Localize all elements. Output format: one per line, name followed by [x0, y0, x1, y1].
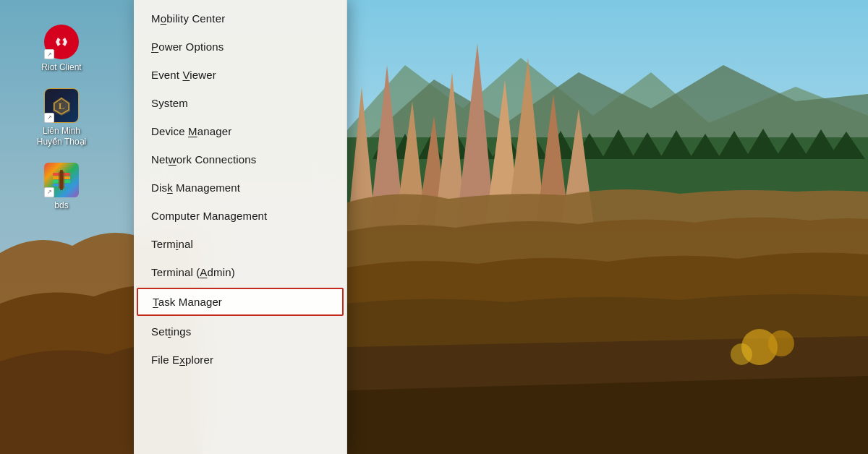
menu-item-disk-management[interactable]: Disk Management — [134, 174, 346, 202]
menu-item-task-manager[interactable]: Task Manager — [137, 288, 344, 316]
svg-point-35 — [731, 343, 752, 365]
menu-item-network-connections[interactable]: Network Connections — [134, 145, 346, 174]
desktop-background — [0, 0, 868, 454]
menu-item-terminal[interactable]: Terminal — [134, 230, 346, 258]
bds-icon[interactable]: ↗ bds — [29, 158, 94, 216]
lien-minh-icon[interactable]: L ↗ Liên Minh Huyền Thoại — [29, 84, 94, 153]
menu-item-power-options[interactable]: Power Options — [134, 33, 346, 61]
riot-client-label: Riot Client — [41, 62, 81, 74]
menu-item-terminal-admin[interactable]: Terminal (Admin) — [134, 258, 346, 286]
riot-client-icon[interactable]: ↗ Riot Client — [29, 20, 94, 78]
svg-text:L: L — [59, 100, 65, 111]
menu-item-system[interactable]: System — [134, 89, 346, 117]
lien-minh-label: Liên Minh Huyền Thoại — [37, 126, 86, 148]
menu-item-event-viewer[interactable]: Event Viewer — [134, 61, 346, 89]
menu-item-computer-management[interactable]: Computer Management — [134, 202, 346, 230]
svg-point-34 — [768, 330, 794, 356]
desktop-icons: ↗ Riot Client L ↗ Liên Minh Huyền Thoại — [0, 0, 123, 454]
svg-rect-37 — [59, 40, 64, 44]
svg-rect-46 — [60, 170, 63, 190]
menu-item-settings[interactable]: Settings — [134, 317, 346, 346]
menu-item-mobility-center[interactable]: Mobility Center — [134, 4, 346, 33]
bds-label: bds — [54, 200, 68, 212]
context-menu: Mobility Center Power Options Event View… — [134, 0, 347, 454]
menu-item-device-manager[interactable]: Device Manager — [134, 117, 346, 145]
menu-item-file-explorer[interactable]: File Explorer — [134, 346, 346, 374]
